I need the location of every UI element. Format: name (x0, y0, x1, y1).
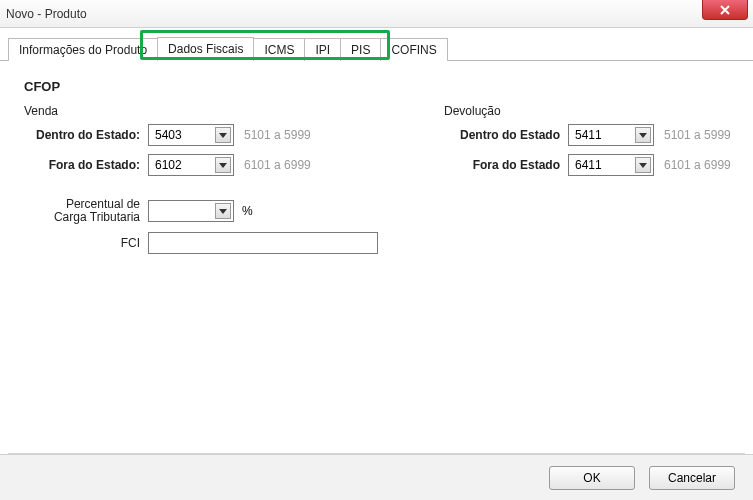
close-button[interactable] (702, 0, 748, 20)
venda-fora-value: 6102 (155, 158, 182, 172)
venda-title: Venda (24, 104, 404, 118)
cancelar-button[interactable]: Cancelar (649, 466, 735, 490)
dialog-footer: OK Cancelar (0, 454, 753, 500)
devolucao-dentro-label: Dentro do Estado (444, 128, 568, 142)
tab-icms[interactable]: ICMS (253, 38, 305, 61)
percentual-label: Percentual de Carga Tributaria (24, 198, 148, 224)
devolucao-fora-value: 6411 (575, 158, 602, 172)
tab-dados-fiscais[interactable]: Dados Fiscais (157, 37, 254, 61)
devolucao-dentro-select[interactable]: 5411 (568, 124, 654, 146)
devolucao-title: Devolução (444, 104, 731, 118)
venda-dentro-hint: 5101 a 5999 (244, 128, 311, 142)
tab-content-dados-fiscais: CFOP Venda Dentro do Estado: 5403 5101 a… (0, 61, 753, 451)
percentual-select[interactable] (148, 200, 234, 222)
tab-cofins[interactable]: COFINS (380, 38, 447, 61)
chevron-down-icon (215, 127, 231, 143)
group-cfop-title: CFOP (24, 79, 739, 94)
venda-fora-hint: 6101 a 6999 (244, 158, 311, 172)
tab-ipi[interactable]: IPI (304, 38, 341, 61)
devolucao-section: Devolução Dentro do Estado 5411 5101 a 5… (444, 104, 731, 262)
chevron-down-icon (635, 157, 651, 173)
tab-pis[interactable]: PIS (340, 38, 381, 61)
titlebar: Novo - Produto (0, 0, 753, 28)
venda-fora-select[interactable]: 6102 (148, 154, 234, 176)
venda-dentro-label: Dentro do Estado: (24, 128, 148, 142)
tab-informacoes-produto[interactable]: Informações do Produto (8, 38, 158, 61)
chevron-down-icon (215, 157, 231, 173)
ok-button[interactable]: OK (549, 466, 635, 490)
close-icon (720, 5, 730, 15)
window-title: Novo - Produto (6, 7, 87, 21)
chevron-down-icon (635, 127, 651, 143)
venda-dentro-select[interactable]: 5403 (148, 124, 234, 146)
devolucao-fora-select[interactable]: 6411 (568, 154, 654, 176)
devolucao-fora-label: Fora do Estado (444, 158, 568, 172)
venda-section: Venda Dentro do Estado: 5403 5101 a 5999… (24, 104, 404, 262)
fci-input[interactable] (148, 232, 378, 254)
chevron-down-icon (215, 203, 231, 219)
venda-dentro-value: 5403 (155, 128, 182, 142)
devolucao-dentro-hint: 5101 a 5999 (664, 128, 731, 142)
percent-sign: % (242, 204, 253, 218)
devolucao-fora-hint: 6101 a 6999 (664, 158, 731, 172)
devolucao-dentro-value: 5411 (575, 128, 602, 142)
venda-fora-label: Fora do Estado: (24, 158, 148, 172)
tab-bar: Informações do Produto Dados Fiscais ICM… (0, 28, 753, 61)
fci-label: FCI (24, 236, 148, 250)
